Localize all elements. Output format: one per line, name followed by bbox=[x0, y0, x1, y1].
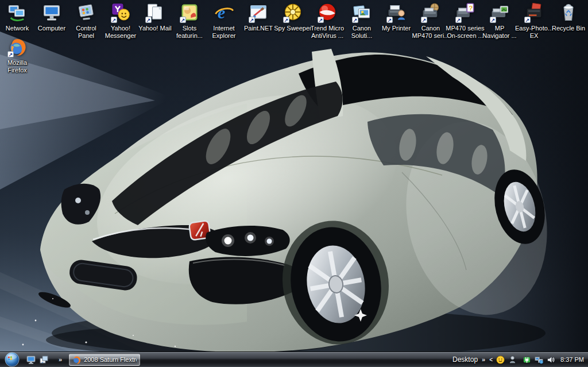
desktop-icon-yahoo-mail[interactable]: ↗ Yahoo! Mail bbox=[138, 2, 172, 32]
system-tray: Desktop » < 8:37 PM bbox=[452, 356, 588, 364]
desktop-icon-control-panel[interactable]: Control Panel bbox=[69, 2, 103, 40]
firefox-icon bbox=[72, 356, 81, 364]
desktop-icon-label: Spy Sweeper bbox=[273, 25, 312, 32]
desktop-icon-label: Paint.NET bbox=[239, 25, 278, 32]
quick-launch-overflow-chevron[interactable]: » bbox=[59, 356, 62, 363]
desktop-icon-label: Recycle Bin bbox=[549, 25, 588, 32]
control-panel-icon bbox=[76, 2, 96, 23]
shortcut-arrow-icon: ↗ bbox=[421, 17, 427, 23]
switch-windows-icon bbox=[39, 355, 49, 365]
paintnet-icon: ↗ bbox=[248, 2, 269, 23]
slots-icon: ↗ bbox=[179, 2, 200, 23]
network-tray-icon[interactable] bbox=[535, 356, 543, 364]
mp-navigator-icon: ↗ bbox=[489, 2, 510, 23]
desktop-icon-label: Canon MP470 seri... bbox=[411, 25, 450, 40]
desktop-icon-label: Internet Explorer bbox=[204, 25, 243, 40]
taskbar-clock[interactable]: 8:37 PM bbox=[560, 356, 584, 363]
desktop-toolbar-chevron[interactable]: » bbox=[482, 356, 485, 363]
volume-tray-icon[interactable] bbox=[547, 356, 555, 364]
trend-micro-icon: ↗ bbox=[317, 2, 338, 23]
taskbar-window-button-label: 2008 Saturn Flextre... bbox=[84, 356, 137, 363]
yahoo-messenger-icon: ↗ bbox=[110, 2, 131, 23]
shortcut-arrow-icon: ↗ bbox=[352, 17, 358, 23]
wallpaper-image bbox=[0, 0, 588, 351]
desktop-icon-canon-mp470[interactable]: ↗ Canon MP470 seri... bbox=[413, 2, 448, 40]
shortcut-arrow-icon: ↗ bbox=[524, 17, 531, 23]
desktop-icon-trend-micro[interactable]: ↗ Trend Micro AntiVirus ... bbox=[310, 2, 345, 40]
quick-launch-toolbar: » bbox=[26, 355, 62, 365]
desktop-icon-label: Canon Soluti... bbox=[342, 25, 381, 40]
desktop-icon-yahoo-messenger[interactable]: ↗ Yahoo! Messenger bbox=[103, 2, 138, 40]
network-icon bbox=[7, 2, 28, 23]
shortcut-arrow-icon: ↗ bbox=[386, 17, 393, 23]
desktop-icon-label: MP Navigator ... bbox=[480, 25, 519, 40]
mp470-onscreen-icon: ? ↗ bbox=[455, 2, 475, 23]
yahoo-messenger-tray-icon[interactable] bbox=[496, 356, 505, 364]
desktop-icon-slots[interactable]: ↗ Slots featurin... bbox=[172, 2, 207, 40]
desktop-icon-computer[interactable]: Computer bbox=[34, 2, 69, 32]
my-printer-icon: ↗ bbox=[386, 2, 407, 23]
desktop-icon-internet-explorer[interactable]: e Internet Explorer bbox=[207, 2, 241, 40]
firefox-icon: ↗ bbox=[7, 37, 28, 57]
desktop-icon-label: Trend Micro AntiVirus ... bbox=[308, 25, 347, 40]
desktop-icon-label: Yahoo! Messenger bbox=[101, 25, 140, 40]
svg-text:?: ? bbox=[469, 5, 473, 11]
desktop-toolbar-label[interactable]: Desktop bbox=[452, 356, 478, 364]
switch-windows-button[interactable] bbox=[39, 355, 49, 365]
spy-sweeper-icon: ↗ bbox=[283, 2, 303, 23]
desktop-icon-easy-photoprint[interactable]: ↗ Easy-Photo... EX bbox=[517, 2, 551, 40]
desktop-icon-network[interactable]: Network bbox=[0, 2, 34, 32]
desktop-icon-label: Slots featurin... bbox=[170, 25, 209, 40]
desktop-icon-spy-sweeper[interactable]: ↗ Spy Sweeper bbox=[276, 2, 310, 32]
start-button[interactable] bbox=[5, 352, 20, 367]
yahoo-mail-icon: ↗ bbox=[145, 2, 165, 23]
buddy-tray-icon[interactable] bbox=[508, 356, 517, 364]
vista-desktop-screen: Network Computer Control Panel ↗ Yahoo! … bbox=[0, 0, 588, 367]
shortcut-arrow-icon: ↗ bbox=[490, 17, 496, 23]
show-desktop-icon bbox=[26, 355, 36, 365]
shortcut-arrow-icon: ↗ bbox=[145, 17, 152, 23]
desktop-icon-label: MP470 series On-screen ... bbox=[446, 25, 485, 40]
taskbar-window-button-firefox[interactable]: 2008 Saturn Flextre... bbox=[69, 354, 140, 366]
desktop-icon-mp-navigator[interactable]: ↗ MP Navigator ... bbox=[482, 2, 517, 40]
desktop-icon-label: My Printer bbox=[377, 25, 416, 32]
windows-orb-icon bbox=[5, 352, 20, 367]
svg-text:e: e bbox=[218, 3, 225, 22]
shortcut-arrow-icon: ↗ bbox=[180, 17, 186, 23]
shortcut-arrow-icon: ↗ bbox=[283, 17, 289, 23]
taskbar: » 2008 Saturn Flextre... Desktop » < bbox=[0, 351, 588, 367]
desktop-icon-label: Mozilla Firefox bbox=[0, 59, 37, 74]
canon-mp470-icon: ↗ bbox=[420, 2, 441, 23]
desktop-icon-mp470-onscreen[interactable]: ? ↗ MP470 series On-screen ... bbox=[448, 2, 482, 40]
desktop-icon-label: Control Panel bbox=[67, 25, 106, 40]
desktop-icon-my-printer[interactable]: ↗ My Printer bbox=[379, 2, 413, 32]
canon-solutions-icon: ↗ bbox=[351, 2, 372, 23]
desktop-icon-recycle-bin[interactable]: Recycle Bin bbox=[551, 2, 586, 32]
show-desktop-button[interactable] bbox=[26, 355, 36, 365]
shortcut-arrow-icon: ↗ bbox=[7, 51, 14, 57]
desktop-icon-label: Easy-Photo... EX bbox=[514, 25, 554, 40]
computer-icon bbox=[41, 2, 62, 23]
shortcut-arrow-icon: ↗ bbox=[455, 17, 462, 23]
power-tray-icon[interactable] bbox=[523, 356, 531, 364]
desktop-icon-mozilla-firefox[interactable]: ↗ Mozilla Firefox bbox=[0, 37, 34, 74]
shortcut-arrow-icon: ↗ bbox=[318, 17, 324, 23]
easy-photoprint-icon: ↗ bbox=[524, 2, 544, 23]
shortcut-arrow-icon: ↗ bbox=[249, 17, 255, 23]
desktop-icon-paintnet[interactable]: ↗ Paint.NET bbox=[241, 2, 276, 32]
tray-collapse-chevron[interactable]: < bbox=[489, 357, 493, 363]
internet-explorer-icon: e bbox=[214, 2, 234, 23]
desktop-icon-label: Network bbox=[0, 25, 37, 32]
shortcut-arrow-icon: ↗ bbox=[111, 17, 117, 23]
desktop-icon-canon-solutions[interactable]: ↗ Canon Soluti... bbox=[345, 2, 379, 40]
desktop-icon-label: Yahoo! Mail bbox=[136, 25, 175, 32]
recycle-bin-icon bbox=[558, 2, 579, 23]
desktop-icon-label: Computer bbox=[32, 25, 71, 32]
